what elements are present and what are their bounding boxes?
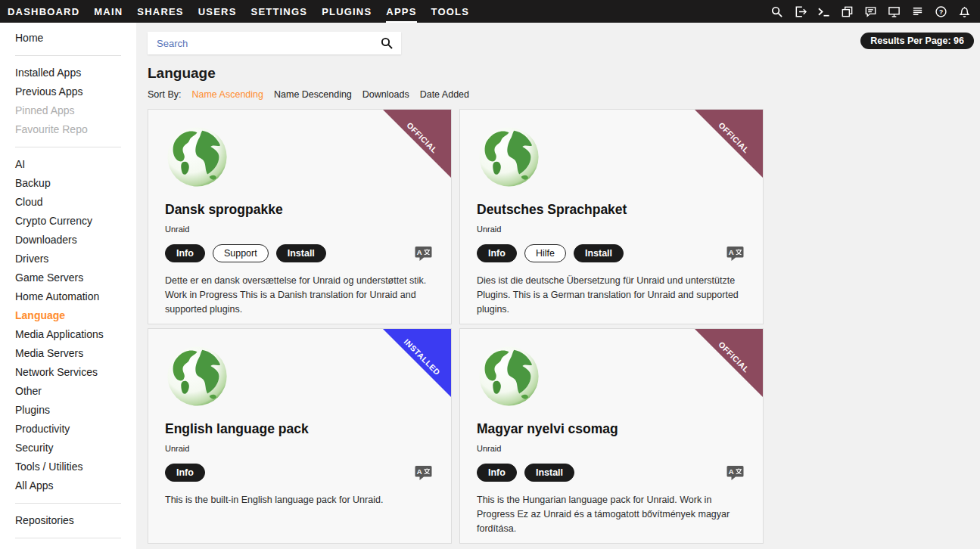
logout-icon[interactable] [794, 5, 807, 18]
ribbon-label: INSTALLED [386, 328, 452, 393]
sidebar-item-language[interactable]: Language [0, 306, 136, 325]
sidebar-divider [15, 147, 121, 147]
app-description: Dies ist die deutsche Übersetzung für Un… [477, 274, 748, 316]
info-button[interactable]: Info [165, 464, 205, 482]
install-button[interactable]: Install [524, 464, 574, 482]
svg-text:A: A [729, 248, 734, 256]
support-button[interactable]: Support [213, 244, 269, 262]
sidebar-item-cloud[interactable]: Cloud [0, 193, 136, 212]
app-author: Unraid [477, 444, 748, 453]
app-author: Unraid [165, 225, 436, 234]
search-input[interactable] [157, 38, 380, 49]
install-button[interactable]: Install [574, 244, 624, 262]
feedback-icon[interactable] [864, 5, 877, 18]
sort-option-date-added[interactable]: Date Added [420, 89, 469, 100]
sidebar-item-home[interactable]: Home [0, 29, 136, 48]
search-box [148, 32, 401, 54]
sidebar-divider [15, 55, 121, 56]
app-title[interactable]: Dansk sprogpakke [165, 202, 436, 218]
globe-icon[interactable] [165, 344, 229, 408]
sort-option-name-ascending[interactable]: Name Ascending [191, 89, 263, 100]
installed-ribbon: INSTALLED [383, 329, 451, 397]
page-layout: HomeInstalled AppsPrevious AppsPinned Ap… [0, 23, 980, 549]
globe-icon[interactable] [477, 125, 541, 189]
hilfe-button[interactable]: Hilfe [524, 244, 566, 262]
nav-item-users[interactable]: USERS [198, 0, 237, 23]
sidebar-item-plugins[interactable]: Plugins [0, 401, 136, 420]
app-author: Unraid [477, 225, 748, 234]
nav-item-dashboard[interactable]: DASHBOARD [8, 0, 79, 23]
official-ribbon: OFFICIAL [383, 110, 451, 178]
app-actions: InfoHilfeInstallA [477, 244, 748, 262]
official-ribbon: OFFICIAL [695, 329, 763, 397]
install-button[interactable]: Install [276, 244, 326, 262]
svg-text:A: A [417, 248, 422, 256]
nav-item-tools[interactable]: TOOLS [431, 0, 470, 23]
app-description: Dette er en dansk oversættelse for Unrai… [165, 274, 436, 316]
app-title[interactable]: Magyar nyelvi csomag [477, 421, 748, 437]
nav-item-plugins[interactable]: PLUGINS [322, 0, 372, 23]
globe-icon[interactable] [165, 125, 229, 189]
sidebar-item-all-apps[interactable]: All Apps [0, 476, 136, 495]
svg-text:?: ? [939, 8, 943, 15]
ribbon-label: OFFICIAL [386, 109, 452, 174]
ribbon-label: OFFICIAL [698, 328, 764, 393]
help-icon[interactable]: ? [935, 5, 947, 18]
app-title[interactable]: Deutsches Sprachpaket [477, 202, 748, 218]
sidebar-item-media-applications[interactable]: Media Applications [0, 325, 136, 344]
sidebar-item-security[interactable]: Security [0, 439, 136, 458]
translate-icon: A [726, 464, 745, 481]
page-title: Language [148, 65, 975, 82]
app-author: Unraid [165, 444, 436, 453]
app-card-magyar-nyelvi-csomag: OFFICIALMagyar nyelvi csomagUnraidInfoIn… [459, 328, 764, 544]
sidebar-item-pinned-apps: Pinned Apps [0, 101, 136, 120]
nav-item-main[interactable]: MAIN [94, 0, 123, 23]
sidebar-item-installed-apps[interactable]: Installed Apps [0, 64, 136, 82]
sidebar-item-drivers[interactable]: Drivers [0, 250, 136, 268]
info-button[interactable]: Info [477, 464, 517, 482]
terminal-icon[interactable] [817, 5, 830, 18]
sidebar-item-game-servers[interactable]: Game Servers [0, 268, 136, 287]
sidebar-item-other[interactable]: Other [0, 382, 136, 401]
sidebar-item-home-automation[interactable]: Home Automation [0, 287, 136, 306]
sidebar-item-crypto-currency[interactable]: Crypto Currency [0, 212, 136, 231]
sidebar-item-media-servers[interactable]: Media Servers [0, 344, 136, 363]
copy-icon[interactable] [841, 5, 854, 18]
display-icon[interactable] [888, 5, 901, 18]
info-button[interactable]: Info [477, 244, 517, 262]
sidebar-divider [15, 538, 121, 538]
log-icon[interactable] [911, 5, 924, 18]
translate-icon: A [414, 464, 433, 481]
search-icon[interactable] [380, 36, 394, 50]
nav-item-apps[interactable]: APPS [386, 0, 416, 23]
sidebar-item-ai[interactable]: AI [0, 155, 136, 174]
nav-item-shares[interactable]: SHARES [137, 0, 183, 23]
sidebar-item-settings[interactable]: Settings [0, 546, 136, 549]
sort-option-name-descending[interactable]: Name Descending [274, 89, 352, 100]
svg-text:A: A [729, 467, 734, 476]
sidebar-item-productivity[interactable]: Productivity [0, 420, 136, 439]
notifications-icon[interactable] [958, 5, 971, 18]
search-icon[interactable] [770, 5, 783, 18]
sidebar-item-tools-utilities[interactable]: Tools / Utilities [0, 458, 136, 476]
info-button[interactable]: Info [165, 244, 205, 262]
sidebar-item-repositories[interactable]: Repositories [0, 511, 136, 530]
sort-option-downloads[interactable]: Downloads [362, 89, 409, 100]
nav-item-settings[interactable]: SETTINGS [251, 0, 308, 23]
app-card-english-language-pack: INSTALLEDEnglish language packUnraidInfo… [148, 328, 452, 544]
sidebar-item-backup[interactable]: Backup [0, 174, 136, 193]
toolbar-row: Results Per Page: 96 [148, 32, 975, 54]
app-title[interactable]: English language pack [165, 421, 436, 437]
results-per-page-badge[interactable]: Results Per Page: 96 [860, 33, 974, 49]
sort-bar: Sort By: Name AscendingName DescendingDo… [148, 89, 975, 100]
sidebar: HomeInstalled AppsPrevious AppsPinned Ap… [0, 23, 136, 549]
nav-menu: DASHBOARDMAINSHARESUSERSSETTINGSPLUGINSA… [8, 0, 469, 23]
sort-by-label: Sort By: [148, 89, 181, 100]
sidebar-divider [15, 503, 121, 504]
sidebar-item-downloaders[interactable]: Downloaders [0, 231, 136, 250]
sidebar-item-favourite-repo: Favourite Repo [0, 120, 136, 139]
globe-icon[interactable] [477, 344, 541, 408]
sidebar-item-previous-apps[interactable]: Previous Apps [0, 82, 136, 101]
translate-icon: A [414, 245, 433, 262]
sidebar-item-network-services[interactable]: Network Services [0, 363, 136, 382]
